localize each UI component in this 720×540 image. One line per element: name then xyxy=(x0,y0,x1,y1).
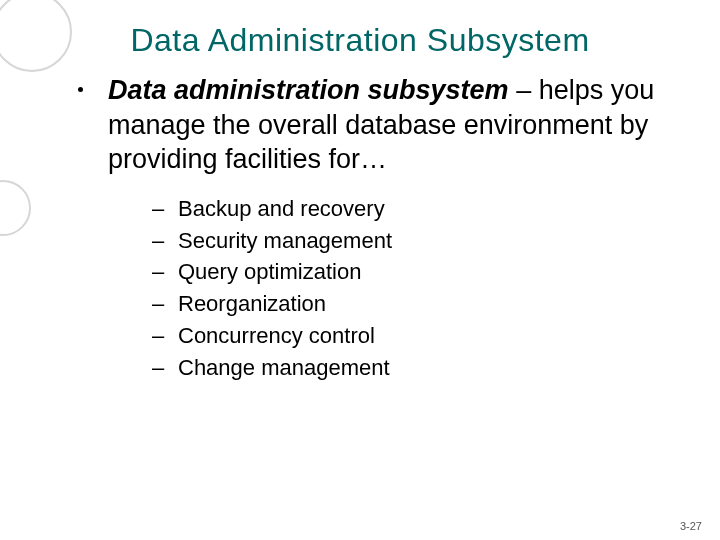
dash-icon: – xyxy=(152,320,164,352)
dash-icon: – xyxy=(152,193,164,225)
decor-circle-left xyxy=(0,180,31,236)
list-item: – Backup and recovery xyxy=(152,193,670,225)
dash-icon: – xyxy=(152,352,164,384)
list-item: – Reorganization xyxy=(152,288,670,320)
slide-title: Data Administration Subsystem xyxy=(30,22,690,59)
list-item: – Query optimization xyxy=(152,256,670,288)
slide: Data Administration Subsystem Data admin… xyxy=(0,0,720,540)
term-emphasis: Data administration subsystem xyxy=(108,75,509,105)
sub-item-label: Reorganization xyxy=(178,291,326,316)
list-item: – Concurrency control xyxy=(152,320,670,352)
list-item: – Security management xyxy=(152,225,670,257)
decor-circle-top xyxy=(0,0,72,72)
main-list: Data administration subsystem – helps yo… xyxy=(78,73,670,384)
sub-list: – Backup and recovery – Security managem… xyxy=(152,193,670,384)
sub-item-label: Security management xyxy=(178,228,392,253)
term-sep: – xyxy=(509,75,539,105)
page-number: 3-27 xyxy=(680,520,702,532)
dash-icon: – xyxy=(152,288,164,320)
sub-item-label: Concurrency control xyxy=(178,323,375,348)
sub-item-label: Backup and recovery xyxy=(178,196,385,221)
dash-icon: – xyxy=(152,256,164,288)
bullet-dot-icon xyxy=(78,87,83,92)
list-item: – Change management xyxy=(152,352,670,384)
main-bullet: Data administration subsystem – helps yo… xyxy=(78,73,670,384)
sub-item-label: Change management xyxy=(178,355,390,380)
sub-item-label: Query optimization xyxy=(178,259,361,284)
dash-icon: – xyxy=(152,225,164,257)
